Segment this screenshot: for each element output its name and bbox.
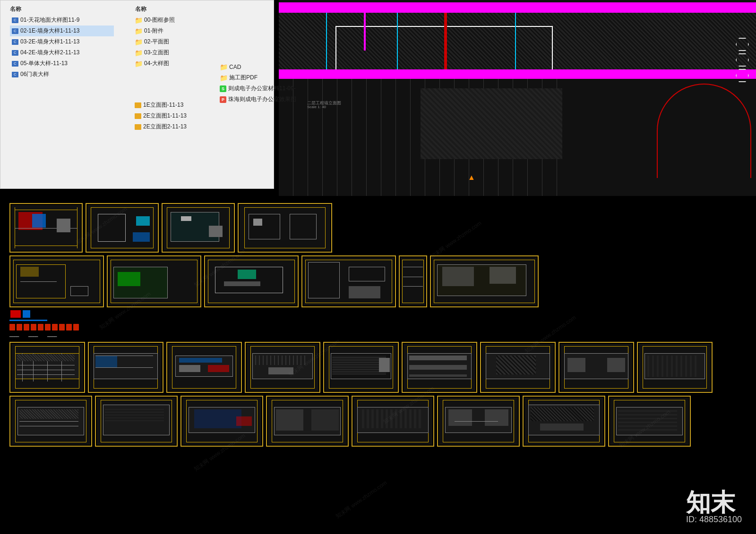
thumb-4-5[interactable] — [352, 396, 434, 447]
brand-chinese-text: 知末 — [686, 490, 742, 515]
right-item-p-label: 珠海则成电子办公室效果图 — [228, 95, 296, 103]
right-item-pdf[interactable]: 📁 施工图PDF — [218, 72, 322, 83]
subfile-name-2e1: 2E立面图1-11-13 — [143, 112, 187, 120]
folder-04[interactable]: 📁 04-大样图 — [133, 58, 218, 69]
right-item-pdf-label: 施工图PDF — [229, 74, 258, 82]
cad-file-icon-02: C — [12, 28, 18, 34]
s-file-icon: S — [220, 85, 226, 92]
red-tag-3 — [24, 324, 29, 331]
file-explorer-panel: 名称 C 01-天花地面大样图11-9 C 02-1E-墙身大样1-11-13 … — [0, 0, 274, 189]
hex-2 — [736, 53, 749, 67]
folder-02[interactable]: 📁 02-平面图 — [133, 36, 218, 47]
brand-section: 知末 ID: 488536100 — [686, 490, 742, 525]
folder-icon-01: 📁 — [135, 27, 143, 35]
thumb-4-7[interactable] — [523, 396, 605, 447]
thumb-3-1[interactable] — [9, 342, 85, 393]
arrow-indicator: ▲ — [468, 173, 475, 182]
file-name-05: 05-单体大样-11-13 — [20, 59, 68, 68]
thumb-2-3[interactable] — [204, 255, 299, 307]
thumb-3-6[interactable] — [402, 342, 477, 393]
thumb-row-1 — [9, 203, 747, 253]
thumb-2-4[interactable] — [301, 255, 396, 307]
thumb-2-1[interactable] — [9, 255, 104, 307]
right-item-cad-label: CAD — [229, 64, 241, 70]
thumb-3-9[interactable] — [637, 342, 713, 393]
red-icons-row — [9, 324, 747, 331]
subfile-2e1[interactable]: 2E立面图1-11-13 — [133, 110, 227, 121]
thumbnails-section: ━━━━ ━━━━ ━━━━ — [0, 196, 756, 534]
right-item-cad[interactable]: 📁 CAD — [218, 62, 322, 72]
magenta-bottom-bar — [279, 69, 756, 79]
thumb-3-2[interactable] — [88, 342, 163, 393]
red-arc — [657, 84, 751, 178]
folder-name-04: 04-大样图 — [144, 59, 169, 68]
left-file-list: C 01-天花地面大样图11-9 C 02-1E-墙身大样1-11-13 C 0… — [10, 15, 114, 80]
subfile-2e2[interactable]: 2E立面图2-11-13 — [133, 121, 227, 132]
cad-subfile-icon-1e — [135, 102, 141, 108]
folder-name-02: 02-平面图 — [144, 38, 169, 46]
thumb-3-3[interactable] — [166, 342, 242, 393]
thumb-1-2[interactable] — [86, 203, 159, 253]
subfile-name-1e: 1E立面图-11-13 — [143, 101, 183, 109]
subfile-1e[interactable]: 1E立面图-11-13 — [133, 100, 227, 110]
thumb-3-8[interactable] — [558, 342, 634, 393]
red-tag-5 — [38, 324, 43, 331]
folder-03[interactable]: 📁 03-立面图 — [133, 47, 218, 58]
p-file-icon: P — [220, 96, 226, 103]
folder-01[interactable]: 📁 01-附件 — [133, 25, 218, 36]
file-item-04[interactable]: C 04-2E-墙身大样2-11-13 — [10, 47, 114, 58]
cyan-line-1 — [326, 13, 327, 69]
thumb-3-5[interactable] — [323, 342, 399, 393]
file-item-01[interactable]: C 01-天花地面大样图11-9 — [10, 15, 114, 25]
thumb-4-2[interactable] — [95, 396, 178, 447]
folder-icon-cad: 📁 — [220, 63, 228, 71]
right-item-s[interactable]: S 则成电子办公室材料11-09- — [218, 83, 322, 94]
cad-file-icon-06: C — [12, 72, 18, 77]
file-item-05[interactable]: C 05-单体大样-11-13 — [10, 58, 114, 69]
folder-icon-03: 📁 — [135, 49, 143, 57]
file-name-03: 03-2E-墙身大样1-11-13 — [20, 38, 79, 46]
folder-00[interactable]: 📁 00-图框参照 — [133, 15, 218, 25]
folder-name-01: 01-附件 — [144, 27, 163, 35]
pink-strip — [364, 13, 366, 51]
thumb-1-3[interactable] — [162, 203, 235, 253]
thumb-4-1[interactable] — [9, 396, 92, 447]
detail-hatch — [421, 88, 562, 159]
cad-file-icon-03: C — [12, 39, 18, 45]
thumb-4-8[interactable] — [608, 396, 691, 447]
label-2: ━━━━ — [28, 334, 38, 339]
subfile-name-2e2: 2E立面图2-11-13 — [143, 123, 187, 131]
file-item-02[interactable]: C 02-1E-墙身大样1-11-13 — [10, 25, 114, 36]
thumb-3-7[interactable] — [480, 342, 556, 393]
thumb-2-2[interactable] — [107, 255, 201, 307]
thumb-4-6[interactable] — [437, 396, 520, 447]
cad-drawing: 二层工程墙立面图 Scale 1: 40 ▲ — [279, 0, 756, 196]
red-tag-1 — [9, 324, 15, 331]
thumb-3-4[interactable] — [245, 342, 320, 393]
thumb-2-6[interactable] — [430, 255, 539, 307]
thumb-4-4[interactable] — [266, 396, 349, 447]
file-item-06[interactable]: C 06门表大样 — [10, 69, 114, 80]
subfile-list: 1E立面图-11-13 2E立面图1-11-13 2E立面图2-11-13 — [133, 100, 227, 132]
folder-icon-02: 📁 — [135, 38, 143, 46]
file-item-03[interactable]: C 03-2E-墙身大样1-11-13 — [10, 36, 114, 47]
right-item-p[interactable]: P 珠海则成电子办公室效果图 — [218, 94, 322, 105]
red-tag-10 — [73, 324, 79, 331]
small-color-items — [10, 310, 747, 318]
cad-preview-area: 二层工程墙立面图 Scale 1: 40 ▲ — [279, 0, 756, 196]
folder-icon-pdf: 📁 — [220, 74, 228, 82]
thumb-4-3[interactable] — [180, 396, 263, 447]
folder-icon-04: 📁 — [135, 60, 143, 68]
thumb-2-5-narrow[interactable] — [399, 255, 427, 307]
folder-name-00: 00-图框参照 — [144, 16, 175, 24]
thumb-1-1[interactable] — [9, 203, 83, 253]
right-item-s-label: 则成电子办公室材料11-09- — [228, 85, 296, 93]
folder-name-03: 03-立面图 — [144, 49, 169, 57]
thumb-row-3 — [9, 342, 747, 393]
cad-scale: Scale 1: 40 — [307, 105, 326, 109]
thumb-1-4[interactable] — [238, 203, 332, 253]
cyan-line-3 — [515, 13, 516, 69]
hex-3 — [736, 69, 749, 82]
label-3: ━━━━ — [47, 334, 57, 339]
middle-panel-header: 名称 — [135, 5, 146, 13]
